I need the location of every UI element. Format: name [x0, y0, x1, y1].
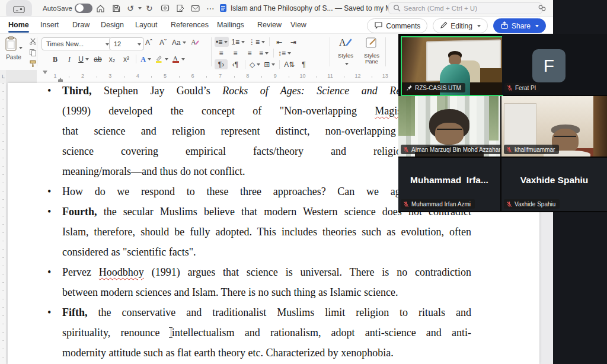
- search-input[interactable]: Search (Cmd + Ctrl + U): [388, 2, 542, 14]
- print-button[interactable]: [161, 0, 170, 16]
- share-button[interactable]: Share: [493, 18, 546, 33]
- tab-mailings[interactable]: Mailings: [217, 17, 244, 33]
- video-tile-rzs-casis-utm[interactable]: RZS-CASIS UTM: [401, 36, 503, 96]
- styles-pane-button[interactable]: Styles Pane: [359, 36, 384, 68]
- clear-formatting-button[interactable]: A: [189, 37, 202, 47]
- grow-font-button[interactable]: Aˆ: [142, 37, 155, 47]
- underline-button[interactable]: U: [77, 54, 90, 64]
- text-line[interactable]: •Fifth, the conservative and traditional…: [8, 302, 539, 323]
- shrink-font-button[interactable]: Aˇ: [156, 37, 170, 47]
- increase-indent-button[interactable]: ⇥: [287, 37, 300, 47]
- superscript-button[interactable]: x²: [120, 54, 133, 64]
- autosave-toggle[interactable]: [75, 0, 92, 16]
- svg-text:A: A: [173, 55, 178, 61]
- tab-design[interactable]: Design: [101, 17, 124, 33]
- subscript-button[interactable]: x₂: [106, 54, 119, 64]
- video-tile-vaxhide-spahiu[interactable]: Vaxhide Spahiu Vaxhide Spahiu: [501, 158, 607, 211]
- zoom-meeting-panel[interactable]: RZS-CASIS UTM F Ferat Pl Aiman Marzuqi B…: [398, 34, 607, 212]
- strikethrough-button[interactable]: ab: [91, 54, 104, 64]
- title-bar: AutoSave ↺ ↻ ⋯ Islam and The Philosophy …: [0, 0, 553, 17]
- vertical-ruler: [0, 83, 7, 364]
- ruler-number: 6: [191, 73, 194, 79]
- editing-mode-button[interactable]: Editing: [433, 18, 488, 33]
- ruler-number: 11: [327, 73, 333, 79]
- font-family-select[interactable]: Times New...: [41, 37, 112, 50]
- justify-button[interactable]: ≡: [257, 48, 270, 58]
- list-bullet: •: [47, 262, 51, 282]
- list-bullet: •: [47, 302, 51, 323]
- tab-draw[interactable]: Draw: [72, 17, 90, 33]
- save-button[interactable]: [112, 0, 120, 16]
- comments-button[interactable]: Comments: [367, 18, 427, 33]
- styles-button[interactable]: A Styles: [333, 36, 358, 68]
- autosave-label: AutoSave: [43, 0, 72, 16]
- bullets-button[interactable]: •≡: [215, 37, 229, 47]
- undo-button[interactable]: ↺: [127, 0, 142, 16]
- multilevel-list-button[interactable]: ⋮≡: [247, 37, 266, 47]
- text-line[interactable]: spirituality, renounce intellectualism a…: [8, 323, 539, 343]
- sort-button[interactable]: A⇅: [283, 59, 296, 69]
- highlight-button[interactable]: [154, 54, 170, 64]
- participant-label: Muhammad Irfan Azmi: [401, 199, 475, 209]
- pin-icon: [407, 85, 413, 91]
- ruler-number: 12: [354, 73, 360, 79]
- bold-button[interactable]: B: [49, 54, 62, 64]
- list-bullet: •: [47, 181, 51, 202]
- text-effects-button[interactable]: A: [139, 54, 152, 64]
- video-tile-khalifmuammar[interactable]: khalifmuammar: [501, 96, 607, 157]
- numbering-button[interactable]: 1≡: [230, 37, 246, 47]
- left-indent-marker[interactable]: [58, 79, 63, 82]
- participant-avatar: F: [532, 49, 566, 82]
- borders-button[interactable]: ⊞: [263, 59, 276, 69]
- clipboard-icon: [5, 43, 23, 53]
- shading-button[interactable]: ◇: [248, 59, 261, 69]
- line-spacing-button[interactable]: ↕≡: [277, 48, 292, 58]
- text-line[interactable]: modernity attitude such as flat earth th…: [8, 343, 539, 363]
- participant-label: RZS-CASIS UTM: [404, 83, 465, 92]
- ltr-paragraph-button[interactable]: ¶›: [215, 59, 228, 69]
- rtl-paragraph-button[interactable]: ‹¶: [229, 59, 242, 69]
- home-button[interactable]: [96, 0, 105, 16]
- show-paragraph-marks-button[interactable]: ¶: [297, 59, 310, 69]
- change-case-button[interactable]: Aa: [171, 37, 187, 47]
- text-line[interactable]: •Pervez Hoodbhoy (1991) argues that scie…: [8, 262, 539, 282]
- redo-button[interactable]: ↻: [146, 0, 153, 16]
- tab-insert[interactable]: Insert: [40, 17, 59, 33]
- align-left-button[interactable]: ≡: [215, 48, 228, 58]
- edit-document-button[interactable]: [176, 0, 184, 16]
- text-line[interactable]: Islam, therefore, should be fully adopte…: [8, 222, 539, 242]
- video-tile-muhammad-irfan[interactable]: Muhammad Irfa... Muhammad Irfan Azmi: [398, 158, 500, 211]
- video-tile-ferat[interactable]: F Ferat Pl: [502, 34, 607, 95]
- tab-review[interactable]: Review: [257, 17, 282, 33]
- align-right-button[interactable]: ≡: [243, 48, 256, 58]
- decrease-indent-button[interactable]: ⇤: [273, 37, 286, 47]
- participant-label: Aiman Marzuqi Bin Mohd Azzahari: [401, 145, 500, 154]
- search-icon: [393, 4, 401, 13]
- ruler-number: 7: [219, 73, 222, 79]
- tab-view[interactable]: View: [290, 17, 306, 33]
- text-line[interactable]: considered as "scientific facts".: [8, 242, 539, 262]
- more-toolbar-button[interactable]: ⋯: [206, 0, 215, 16]
- tab-home[interactable]: Home: [8, 17, 29, 33]
- mic-muted-icon: [506, 146, 512, 153]
- first-line-indent-marker[interactable]: [43, 71, 47, 76]
- align-center-button[interactable]: ≡: [229, 48, 242, 58]
- mail-button[interactable]: [191, 0, 200, 16]
- tab-layout[interactable]: Layout: [135, 17, 158, 33]
- font-color-button[interactable]: A: [171, 54, 186, 64]
- italic-button[interactable]: I: [63, 54, 76, 64]
- tab-references[interactable]: References: [171, 17, 209, 33]
- ruler-number: 3: [108, 73, 111, 79]
- ruler-number: 5: [164, 73, 167, 79]
- document-title[interactable]: Islam and The Philosophy of S... — Saved…: [231, 0, 407, 16]
- text-line[interactable]: between modern sciences and Islam. There…: [8, 282, 539, 302]
- ruler-number: 1: [53, 73, 56, 79]
- presence-icon[interactable]: [537, 0, 547, 16]
- font-size-select[interactable]: 12: [109, 37, 144, 50]
- pencil-icon: [440, 21, 448, 31]
- tab-selector[interactable]: L: [0, 70, 7, 83]
- list-bullet: •: [47, 83, 51, 101]
- paste-button[interactable]: Paste: [5, 36, 23, 60]
- video-tile-aiman[interactable]: Aiman Marzuqi Bin Mohd Azzahari: [398, 96, 500, 157]
- ruler-number: 4: [136, 73, 139, 79]
